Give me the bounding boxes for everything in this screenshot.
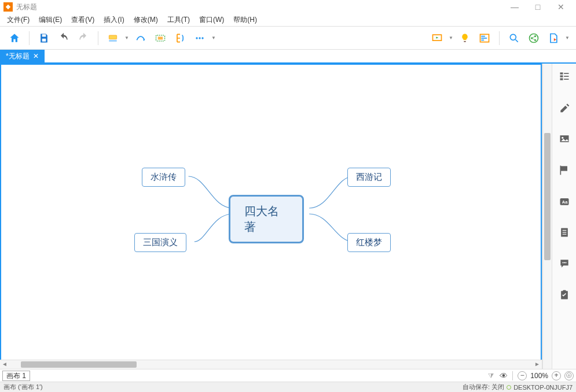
presentation-dropdown[interactable]: ▼: [448, 35, 454, 40]
svg-rect-1: [42, 38, 46, 41]
relationship-button[interactable]: [132, 29, 149, 47]
text-panel-icon[interactable]: Aa: [557, 194, 571, 208]
gantt-button[interactable]: [476, 29, 493, 47]
maximize-button[interactable]: □: [526, 0, 549, 14]
scroll-v-thumb[interactable]: [544, 133, 551, 260]
outline-panel-icon[interactable]: [557, 69, 571, 83]
window-title: 无标题: [16, 2, 37, 12]
scroll-right-icon[interactable]: ►: [533, 360, 542, 369]
svg-rect-28: [560, 166, 561, 175]
svg-point-37: [565, 262, 566, 263]
toolbar: ▼ ▼ ▼ ▼: [0, 27, 576, 50]
svg-rect-23: [564, 76, 568, 77]
more-dropdown[interactable]: ▼: [211, 35, 217, 40]
menu-tools[interactable]: 工具(T): [163, 15, 195, 25]
svg-rect-39: [563, 290, 566, 292]
filter-icon[interactable]: ⧩: [488, 372, 494, 380]
zoom-level: 100%: [530, 372, 548, 380]
svg-point-6: [196, 37, 197, 39]
task-panel-icon[interactable]: [557, 288, 571, 302]
node-br[interactable]: 红楼梦: [347, 233, 391, 252]
zoom-out-button[interactable]: −: [518, 371, 527, 380]
svg-point-8: [201, 37, 203, 39]
autosave-status: 自动保存: 关闭: [463, 383, 504, 391]
document-tab[interactable]: *无标题 ✕: [0, 50, 45, 62]
svg-rect-0: [42, 34, 46, 36]
topic-button[interactable]: [104, 29, 122, 47]
svg-rect-2: [109, 35, 116, 39]
zoom-fit-button[interactable]: ⦾: [564, 371, 574, 380]
zoom-in-button[interactable]: +: [552, 371, 561, 380]
vertical-scrollbar[interactable]: [542, 64, 552, 369]
canvas-area[interactable]: 四大名著 水浒传 西游记 三国演义 红楼梦 ◄ ►: [0, 64, 542, 369]
comments-panel-icon[interactable]: [557, 257, 571, 271]
horizontal-scrollbar[interactable]: ◄ ►: [0, 360, 542, 369]
svg-rect-33: [562, 232, 566, 232]
host-name: DESKTOP-0NJUFJ7: [513, 384, 573, 391]
svg-rect-13: [481, 38, 487, 39]
svg-rect-24: [560, 78, 563, 80]
svg-rect-10: [464, 41, 465, 42]
export-dropdown[interactable]: ▼: [564, 35, 570, 40]
svg-rect-5: [158, 36, 163, 39]
share-button[interactable]: [525, 29, 542, 47]
footer-bar: 画布 ('画布 1') 自动保存: 关闭 DESKTOP-0NJUFJ7: [0, 382, 576, 392]
tab-label: *无标题: [6, 51, 30, 61]
menu-window[interactable]: 窗口(W): [195, 15, 229, 25]
tab-close-icon[interactable]: ✕: [33, 52, 39, 60]
svg-point-7: [199, 37, 200, 39]
save-button[interactable]: [35, 29, 53, 47]
svg-text:Aa: Aa: [562, 199, 567, 205]
svg-rect-20: [560, 72, 563, 74]
notes-panel-icon[interactable]: [557, 225, 571, 239]
undo-button[interactable]: [55, 29, 72, 47]
svg-rect-3: [109, 40, 116, 42]
svg-rect-25: [564, 79, 568, 80]
marker-panel-icon[interactable]: [557, 163, 571, 177]
export-button[interactable]: [545, 29, 562, 47]
svg-rect-32: [562, 230, 566, 231]
menu-view[interactable]: 查看(V): [67, 15, 99, 25]
search-button[interactable]: [505, 29, 523, 47]
node-tr[interactable]: 西游记: [347, 168, 391, 187]
format-panel-icon[interactable]: [557, 101, 571, 114]
topic-dropdown[interactable]: ▼: [124, 35, 130, 40]
svg-point-36: [563, 262, 564, 263]
connection-status-icon: [507, 385, 511, 390]
menu-edit[interactable]: 编辑(E): [34, 15, 67, 25]
summary-button[interactable]: [171, 29, 189, 47]
title-bar: 无标题 — □ ✕: [0, 0, 576, 14]
side-panel: Aa: [552, 64, 576, 369]
svg-rect-21: [564, 73, 568, 74]
minimize-button[interactable]: —: [503, 0, 526, 14]
more-button[interactable]: [191, 29, 208, 47]
presentation-button[interactable]: [428, 29, 446, 47]
boundary-button[interactable]: [152, 29, 169, 47]
menu-bar: 文件(F) 编辑(E) 查看(V) 插入(I) 修改(M) 工具(T) 窗口(W…: [0, 14, 576, 27]
image-panel-icon[interactable]: [557, 132, 571, 146]
status-bar: 画布 1 ⧩ 👁 − 100% + ⦾: [0, 369, 576, 382]
menu-help[interactable]: 帮助(H): [229, 15, 262, 25]
redo-button[interactable]: [75, 29, 92, 47]
menu-modify[interactable]: 修改(M): [129, 15, 163, 25]
scroll-left-icon[interactable]: ◄: [0, 360, 9, 369]
menu-file[interactable]: 文件(F): [2, 15, 34, 25]
svg-point-16: [530, 34, 538, 42]
node-tl[interactable]: 水浒传: [142, 168, 185, 187]
close-window-button[interactable]: ✕: [549, 0, 573, 14]
central-topic[interactable]: 四大名著: [229, 195, 304, 243]
svg-rect-14: [481, 39, 484, 40]
idea-button[interactable]: [456, 29, 474, 47]
svg-rect-22: [560, 75, 563, 77]
home-button[interactable]: [6, 29, 23, 47]
menu-insert[interactable]: 插入(I): [99, 15, 129, 25]
app-logo-icon: [3, 2, 13, 12]
scroll-h-thumb[interactable]: [21, 361, 137, 368]
svg-rect-12: [481, 35, 485, 36]
svg-point-15: [510, 34, 516, 40]
visibility-icon[interactable]: 👁: [500, 371, 508, 380]
footer-canvas-label: 画布 ('画布 1'): [3, 383, 43, 391]
canvas-sheet-tab[interactable]: 画布 1: [2, 371, 30, 381]
svg-rect-34: [562, 234, 566, 235]
node-bl[interactable]: 三国演义: [134, 233, 186, 252]
